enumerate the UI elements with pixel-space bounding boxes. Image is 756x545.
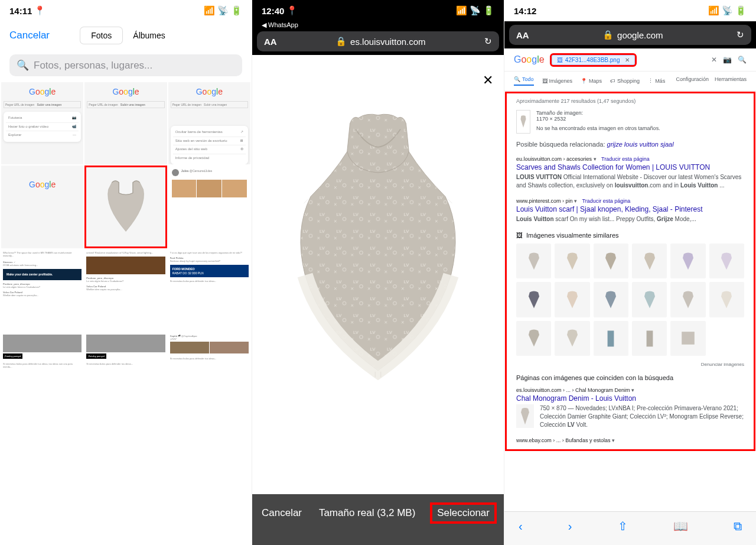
tabs-icon[interactable]: ⧉ xyxy=(734,520,742,533)
picker-header: Cancelar Fotos Álbumes xyxy=(0,21,252,50)
photo-thumbnail[interactable]: „Fatalny pomysł. Si necesitas bulos para… xyxy=(1,333,83,415)
tab-images[interactable]: 🖼Imágenes xyxy=(542,76,573,86)
link-tools[interactable]: Herramientas xyxy=(715,76,747,86)
tab-more[interactable]: ⋮Más xyxy=(648,76,665,86)
similar-image[interactable] xyxy=(670,321,705,356)
phone-safari-lv: 12:40 📍 📶📡🔋 ◀ WhatsApp AA 🔒 es.louisvuit… xyxy=(252,0,504,545)
similar-image[interactable] xyxy=(516,244,551,278)
search-results: Aproximadamente 217 resultados (1,47 seg… xyxy=(506,92,755,450)
search-image-chip[interactable]: 🖼 42F31...48E3BB.png ✕ xyxy=(552,55,635,65)
photo-thumbnail[interactable]: Google Pegar URL de imagen Subir una ima… xyxy=(168,82,250,164)
similar-image[interactable] xyxy=(670,282,705,317)
clear-icon[interactable]: ✕ xyxy=(711,56,717,64)
url-bar[interactable]: AA 🔒 google.com ↻ xyxy=(509,25,751,45)
similar-image[interactable] xyxy=(516,321,551,356)
results-count: Aproximadamente 217 resultados (1,47 seg… xyxy=(516,98,744,104)
forward-icon[interactable]: › xyxy=(568,520,572,533)
similar-image[interactable] xyxy=(555,244,589,278)
translate-link[interactable]: Traducir esta página xyxy=(582,198,631,204)
similar-image[interactable] xyxy=(632,244,667,278)
search-placeholder: Fotos, personas, lugares... xyxy=(34,60,152,72)
lock-icon: 🔒 xyxy=(335,36,347,47)
similar-image[interactable] xyxy=(516,282,551,317)
cancel-button[interactable]: Cancelar xyxy=(9,30,50,41)
search-bar[interactable]: 🔍 Fotos, personas, lugares... xyxy=(9,54,242,76)
similar-image[interactable] xyxy=(555,321,589,356)
reload-icon[interactable]: ↻ xyxy=(484,36,492,47)
query-image-thumb[interactable] xyxy=(516,110,530,134)
similar-image[interactable] xyxy=(594,244,628,278)
location-icon: 📍 xyxy=(286,5,298,16)
text-size-button[interactable]: AA xyxy=(264,37,277,47)
photo-thumbnail[interactable]: „Fatalny pomysł. Si necesitas bulos para… xyxy=(84,333,167,415)
tab-maps[interactable]: 📍Maps xyxy=(581,76,602,86)
photo-thumbnail[interactable]: Google xyxy=(1,166,83,248)
tab-photos[interactable]: Fotos xyxy=(80,27,122,44)
camera-icon[interactable]: 📷 xyxy=(723,56,732,64)
google-logo[interactable]: Google xyxy=(514,54,545,65)
status-time: 14:11 xyxy=(9,6,32,16)
result-url[interactable]: www.ebay.com › ... › Bufandas y estolas … xyxy=(516,437,744,443)
photo-grid: Google Pegar URL de imagen Subir una ima… xyxy=(0,81,252,416)
similar-image[interactable] xyxy=(709,244,744,278)
tab-shopping[interactable]: 🏷Shopping xyxy=(610,76,640,86)
photo-thumbnail-scarf[interactable] xyxy=(84,166,167,248)
photo-thumbnail[interactable]: Who knew?! The space bar used in MS TEAM… xyxy=(1,249,83,332)
photo-thumbnail[interactable]: Capità 🏴 @CapitanApoc „LIVIJ" Si necesit… xyxy=(168,333,250,415)
similar-image[interactable] xyxy=(594,321,628,356)
similar-images-grid xyxy=(516,244,744,356)
image-info-box: Tamaño de imagen:1170 × 2532 No se ha en… xyxy=(516,110,744,134)
save-toolbar: Cancelar Tamaño real (3,2 MB) Selecciona… xyxy=(252,494,504,545)
remove-chip-icon[interactable]: ✕ xyxy=(625,57,630,63)
result-title-link[interactable]: Scarves and Shawls Collection for Women … xyxy=(516,163,744,171)
cancel-button[interactable]: Cancelar xyxy=(262,507,302,519)
search-result: eu.louisvuitton.com › accesories ▾ Tradu… xyxy=(516,156,744,190)
visually-similar-heading[interactable]: 🖼Imágenes visualmente similares xyxy=(516,232,744,239)
matching-result: es.louisvuitton.com › ... › Chal Monogra… xyxy=(516,387,744,429)
match-thumb[interactable] xyxy=(516,404,534,428)
bookmarks-icon[interactable]: 📖 xyxy=(673,519,688,533)
url-bar[interactable]: AA 🔒 es.louisvuitton.com ↻ xyxy=(257,31,499,51)
picker-tabs: Fotos Álbumes xyxy=(79,26,177,45)
back-icon[interactable]: ‹ xyxy=(519,520,523,533)
share-icon[interactable]: ⇧ xyxy=(618,519,628,533)
url-text: es.louisvuitton.com xyxy=(350,37,426,47)
tab-all[interactable]: 🔍Todo xyxy=(514,76,534,86)
text-size-button[interactable]: AA xyxy=(516,30,529,40)
result-title-link[interactable]: Chal Monogram Denim - Louis Vuitton xyxy=(516,394,744,403)
back-to-app[interactable]: ◀ WhatsApp xyxy=(252,21,504,31)
search-result: www.pinterest.com › pin ▾ Traducir esta … xyxy=(516,198,744,223)
photo-thumbnail[interactable]: arrived! Real-time visualization w/ V-Ra… xyxy=(84,249,167,332)
status-bar: 14:11 📍 📶📡🔋 xyxy=(0,0,252,21)
svg-rect-9 xyxy=(608,331,614,347)
reload-icon[interactable]: ↻ xyxy=(737,30,744,40)
similar-image[interactable] xyxy=(632,321,667,356)
related-link[interactable]: grijze louis vuitton sjaal xyxy=(607,141,674,148)
translate-link[interactable]: Traducir esta página xyxy=(601,156,650,162)
google-search-header: Google 🖼 42F31...48E3BB.png ✕ ✕ 📷 🔍 xyxy=(504,48,756,72)
similar-image[interactable] xyxy=(632,282,667,317)
svg-line-3 xyxy=(304,199,308,203)
status-icons: 📶📡🔋 xyxy=(708,5,747,16)
search-icon[interactable]: 🔍 xyxy=(738,56,747,64)
product-image: LV xyxy=(252,55,504,439)
photo-thumbnail[interactable]: Google Pegar URL de imagen Subir una ima… xyxy=(1,82,83,164)
matching-pages-heading: Páginas con imágenes que coinciden con l… xyxy=(516,374,744,381)
similar-image[interactable] xyxy=(594,282,628,317)
result-title-link[interactable]: Louis Vuitton scarf | Sjaal knopen, Kled… xyxy=(516,205,744,213)
url-text: google.com xyxy=(617,30,663,40)
select-button[interactable]: Seleccionar xyxy=(432,505,494,521)
photo-thumbnail[interactable]: Y si os digo que ayer tuve uno de los me… xyxy=(168,249,250,332)
report-images-link[interactable]: Denunciar imágenes xyxy=(516,362,744,367)
status-bar: 14:12 📶📡🔋 xyxy=(504,0,756,21)
status-icons: 📶📡🔋 xyxy=(204,5,242,16)
link-config[interactable]: Configuración xyxy=(676,76,709,86)
similar-image[interactable] xyxy=(555,282,589,317)
similar-image[interactable] xyxy=(709,282,744,317)
tab-albums[interactable]: Álbumes xyxy=(122,27,175,44)
photo-thumbnail[interactable]: Jules @CensoredJules xyxy=(168,166,250,248)
photo-thumbnail[interactable]: Google Pegar URL de imagen Subir una ima… xyxy=(84,82,167,164)
file-size-label[interactable]: Tamaño real (3,2 MB) xyxy=(319,507,415,519)
similar-image[interactable] xyxy=(670,244,705,278)
close-button[interactable]: ✕ xyxy=(483,73,493,88)
